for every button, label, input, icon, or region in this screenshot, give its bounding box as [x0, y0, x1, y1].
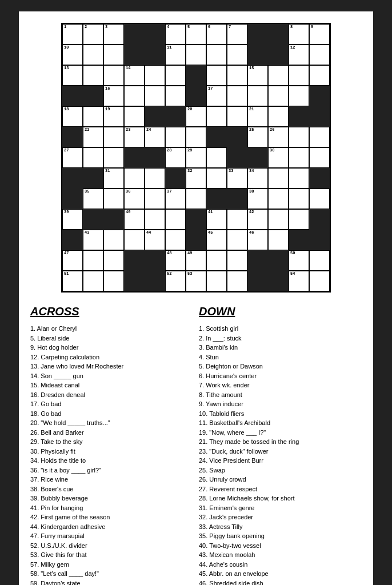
cell-1-6	[186, 45, 206, 65]
clue-item: 59. Dayton's state	[30, 579, 193, 586]
cell-2-7	[206, 65, 227, 86]
cell-7-2: 31	[103, 168, 124, 189]
clue-item: 27. Reverent respect	[199, 484, 362, 494]
cell-8-10	[268, 189, 289, 209]
clue-item: 4. Stun	[199, 352, 362, 362]
clue-item: 14. Son _____ gun	[30, 371, 193, 381]
clue-item: 28. Lorne Michaels show, for short	[199, 494, 362, 503]
cell-6-0: 27	[62, 147, 83, 168]
cell-6-11	[289, 147, 309, 168]
cell-8-12	[309, 189, 330, 209]
cell-8-0	[62, 189, 83, 209]
clue-item: 15. Mideast canal	[30, 380, 193, 390]
cell-10-3	[124, 230, 145, 250]
clue-item: 38. Boxer's cue	[30, 484, 193, 494]
cell-3-8	[227, 86, 247, 106]
crossword-grid: 1234567891011121314151617181920212223242…	[61, 23, 331, 292]
cell-9-7: 41	[206, 209, 227, 230]
clue-item: 30. Physically fit	[30, 447, 193, 456]
cell-2-1	[83, 65, 103, 86]
cell-7-1	[83, 168, 103, 189]
clue-item: 39. Bubbly beverage	[30, 494, 193, 503]
clue-item: 19. "Now, where ___ I?"	[199, 428, 362, 438]
clue-item: 57. Milky gem	[30, 560, 193, 570]
cell-11-2	[103, 250, 124, 271]
clue-item: 24. Vice President Burr	[199, 456, 362, 466]
cell-3-10	[268, 86, 289, 106]
down-clues: DOWN 1. Scottish girl2. In ___: stuck3. …	[199, 303, 362, 585]
cell-12-9	[247, 271, 268, 291]
clue-item: 58. "Let's call ____ day!"	[30, 569, 193, 579]
cell-8-1: 35	[83, 189, 103, 209]
cell-11-1	[83, 250, 103, 271]
cell-2-5	[165, 65, 186, 86]
clue-item: 53. Give this for that	[30, 550, 193, 560]
cell-10-12	[309, 230, 330, 250]
cell-4-1	[83, 106, 103, 127]
cell-0-1: 2	[83, 24, 103, 45]
cell-12-8	[227, 271, 247, 291]
cell-3-12	[309, 86, 330, 106]
cell-10-6	[186, 230, 206, 250]
cell-3-11	[289, 86, 309, 106]
cell-6-7	[206, 147, 227, 168]
clue-item: 36. "is it a boy ____ girl?"	[30, 466, 193, 475]
cell-11-12	[309, 250, 330, 271]
cell-7-8: 33	[227, 168, 247, 189]
cell-11-3	[124, 250, 145, 271]
cell-7-5	[165, 168, 186, 189]
cell-4-11	[289, 106, 309, 127]
clue-item: 41. Pin for hanging	[30, 503, 193, 513]
cell-9-12	[309, 209, 330, 230]
cell-4-0: 18	[62, 106, 83, 127]
clue-item: 3. Bambi's kin	[199, 343, 362, 352]
cell-7-12	[309, 168, 330, 189]
cell-10-10	[268, 230, 289, 250]
clue-item: 29. Take to the sky	[30, 437, 193, 447]
clue-item: 52. U.S./U.K. divider	[30, 541, 193, 551]
cell-1-7	[206, 45, 227, 65]
cell-2-11	[289, 65, 309, 86]
cell-10-11	[289, 230, 309, 250]
cell-4-3	[124, 106, 145, 127]
cell-0-6: 5	[186, 24, 206, 45]
clue-item: 26. Bell and Barker	[30, 428, 193, 438]
cell-12-12	[309, 271, 330, 291]
grid-container: 1234567891011121314151617181920212223242…	[30, 23, 362, 292]
clue-item: 2. In ___: stuck	[199, 334, 362, 343]
cell-12-1	[83, 271, 103, 291]
cell-6-2	[103, 147, 124, 168]
cell-4-10	[268, 106, 289, 127]
cell-6-4	[145, 147, 165, 168]
cell-5-9: 25	[247, 127, 268, 147]
clue-item: 11. Basketball's Archibald	[199, 418, 362, 428]
cell-12-5: 52	[165, 271, 186, 291]
down-list: 1. Scottish girl2. In ___: stuck3. Bambi…	[199, 324, 362, 585]
cell-6-8	[227, 147, 247, 168]
cell-11-4	[145, 250, 165, 271]
cell-12-3	[124, 271, 145, 291]
cell-5-8	[227, 127, 247, 147]
cell-7-6: 32	[186, 168, 206, 189]
cell-5-4: 24	[145, 127, 165, 147]
cell-2-8	[227, 65, 247, 86]
cell-5-7	[206, 127, 227, 147]
clue-item: 47. Furry marsupial	[30, 531, 193, 541]
cell-12-6: 53	[186, 271, 206, 291]
cell-10-9: 46	[247, 230, 268, 250]
clue-item: 10. Tabloid fliers	[199, 409, 362, 419]
cell-9-10	[268, 209, 289, 230]
clue-item: 35. Piggy bank opening	[199, 531, 362, 541]
clues-section: ACROSS 1. Alan or Cheryl5. Liberal side9…	[30, 303, 362, 585]
cell-9-2	[103, 209, 124, 230]
cell-1-12	[309, 45, 330, 65]
cell-11-10	[268, 250, 289, 271]
cell-4-4	[145, 106, 165, 127]
clue-item: 37. Rice wine	[30, 475, 193, 484]
cell-9-9: 42	[247, 209, 268, 230]
cell-12-10	[268, 271, 289, 291]
cell-4-6: 20	[186, 106, 206, 127]
cell-7-7	[206, 168, 227, 189]
cell-3-3	[124, 86, 145, 106]
cell-11-0: 47	[62, 250, 83, 271]
